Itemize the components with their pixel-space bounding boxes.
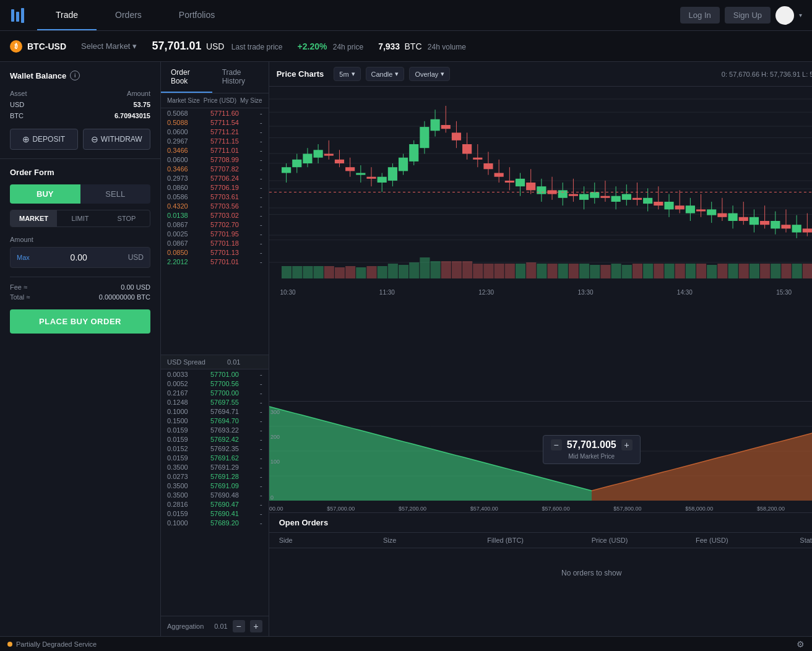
table-row: 0.0052 57700.56 - [161, 379, 269, 388]
table-row: 0.0867 57702.70 - [161, 220, 269, 229]
login-button[interactable]: Log In [680, 7, 720, 24]
volume-area: 7,933 BTC 24h volume [378, 41, 466, 51]
table-row: 0.0586 57703.61 - [161, 192, 269, 201]
order-book-panel: Order Book Trade History Market Size Pri… [161, 62, 269, 636]
sell-tab[interactable]: SELL [80, 184, 151, 204]
depth-chart: − 57,701.005 + Mid Market Price [269, 401, 812, 512]
candlestick-chart [269, 87, 812, 401]
market-bar: ₿ BTC-USD Select Market ▾ 57,701.01 USD … [0, 31, 812, 62]
price-unit: USD [206, 41, 225, 51]
chevron-down-icon: ▾ [132, 41, 137, 51]
market-order-tab[interactable]: MARKET [11, 210, 57, 226]
table-row: 2.2012 57701.01 - [161, 257, 269, 266]
table-row: 0.1500 57694.70 - [161, 416, 269, 425]
charts-panel: Price Charts 5m ▾ Candle ▾ Overlay ▾ [269, 62, 812, 636]
select-market-button[interactable]: Select Market ▾ [81, 41, 137, 51]
chart-type-selector[interactable]: Candle ▾ [366, 67, 405, 81]
order-form-title: Order Form [10, 168, 150, 177]
stop-order-tab[interactable]: STOP [103, 210, 150, 226]
table-row: 0.3466 57707.82 - [161, 164, 269, 173]
last-price-label: Last trade price [231, 43, 283, 51]
table-row: 0.2167 57700.00 - [161, 388, 269, 397]
table-row: 0.0152 57692.35 - [161, 444, 269, 453]
mid-price-controls: − 57,701.005 + [551, 439, 633, 451]
chart-controls: 5m ▾ Candle ▾ Overlay ▾ [334, 67, 450, 81]
place-order-button[interactable]: PLACE BUY ORDER [10, 309, 150, 334]
amount-unit: USD [128, 253, 144, 262]
table-row: 0.3500 57690.48 - [161, 490, 269, 499]
left-panel: Wallet Balance i Asset Amount USD 53.75 … [0, 62, 161, 636]
spread-row: USD Spread 0.01 [161, 355, 269, 369]
deposit-button[interactable]: ⊕ DEPOSIT [10, 129, 78, 150]
order-form: Order Form BUY SELL MARKET LIMIT STOP Am… [0, 159, 160, 636]
volume-unit: BTC [405, 41, 422, 51]
zoom-out-button[interactable]: − [551, 439, 562, 451]
withdraw-button[interactable]: ⊖ WITHDRAW [83, 129, 151, 150]
table-row: 0.0867 57701.18 - [161, 238, 269, 248]
timeframe-selector[interactable]: 5m ▾ [334, 67, 360, 81]
table-row: 0.2973 57706.24 - [161, 173, 269, 183]
divider [10, 277, 150, 277]
table-row: 0.1248 57697.55 - [161, 397, 269, 407]
open-orders-title: Open Orders [279, 518, 328, 527]
trade-history-tab[interactable]: Trade History [212, 62, 269, 93]
order-book-tab[interactable]: Order Book [161, 62, 212, 93]
amount-input-area[interactable]: Max 0.00 USD [10, 247, 150, 268]
fee-row: Fee ≈ 0.00 USD [10, 283, 150, 291]
btc-balance-row: BTC 6.70943015 [10, 110, 150, 121]
table-row: 0.3500 57691.09 - [161, 481, 269, 490]
total-row: Total ≈ 0.00000000 BTC [10, 293, 150, 301]
aggregation-decrease-button[interactable]: − [233, 620, 245, 632]
order-book-header: Order Book Trade History [161, 62, 269, 93]
signup-button[interactable]: Sign Up [725, 7, 771, 24]
nav-tab-orders[interactable]: Orders [97, 0, 160, 30]
mid-price-display: − 57,701.005 + Mid Market Price [543, 435, 641, 464]
table-row: 0.0600 57708.99 - [161, 155, 269, 164]
table-row: 0.0159 57693.22 - [161, 425, 269, 434]
amount-label: Amount [10, 236, 150, 243]
status-text: Partially Degraded Service [16, 640, 97, 648]
last-price-area: 57,701.01 USD Last trade price [152, 40, 282, 53]
table-row: 0.4320 57703.56 - [161, 201, 269, 210]
settings-icon[interactable]: ⚙ [797, 639, 805, 649]
status-dot-icon [7, 642, 12, 647]
amount-value: 0.00 [71, 252, 87, 262]
asset-header-row: Asset Amount [10, 88, 150, 99]
status-left: Partially Degraded Service [7, 640, 97, 648]
overlay-selector[interactable]: Overlay ▾ [409, 67, 450, 81]
btc-icon: ₿ [10, 40, 22, 53]
avatar [775, 6, 794, 25]
table-row: 0.3500 57691.29 - [161, 462, 269, 472]
no-orders-message: No orders to show [269, 548, 812, 598]
chevron-down-icon[interactable]: ▾ [799, 12, 802, 19]
minus-icon: ⊖ [91, 134, 98, 144]
price-change: +2.20% [298, 41, 327, 51]
max-link[interactable]: Max [17, 254, 30, 261]
nav-tab-portfolios[interactable]: Portfolios [160, 0, 233, 30]
table-row: 0.0600 57711.21 - [161, 127, 269, 136]
buy-sell-tabs: BUY SELL [10, 184, 150, 204]
chevron-down-icon: ▾ [352, 70, 355, 78]
ohlcv-display: 0: 57,670.66 H: 57,736.91 L: 57,670.37 C… [722, 71, 812, 78]
price-charts-title: Price Charts [277, 69, 324, 79]
nav-tab-trade[interactable]: Trade [37, 0, 97, 30]
aggregation-controls: 0.01 − + [214, 620, 262, 632]
aggregation-increase-button[interactable]: + [250, 620, 262, 632]
svg-rect-0 [11, 9, 14, 22]
zoom-in-button[interactable]: + [621, 439, 633, 451]
logo [0, 0, 37, 30]
table-row: 0.0273 57691.28 - [161, 472, 269, 481]
chart-header: Price Charts 5m ▾ Candle ▾ Overlay ▾ [269, 62, 812, 87]
market-pair: BTC-USD [27, 41, 66, 51]
last-price: 57,701.01 [152, 40, 201, 52]
info-icon[interactable]: i [70, 71, 80, 80]
top-nav: Trade Orders Portfolios Log In Sign Up ▾ [0, 0, 812, 31]
limit-order-tab[interactable]: LIMIT [57, 210, 103, 226]
status-bar: Partially Degraded Service ⚙ [0, 636, 812, 651]
wallet-title: Wallet Balance i [10, 71, 150, 80]
buy-tab[interactable]: BUY [10, 184, 80, 204]
open-orders-section: Open Orders Open Fills Side Size Filled … [269, 512, 812, 636]
table-row: 0.0860 57706.19 - [161, 183, 269, 192]
price-change-area: +2.20% 24h price [298, 41, 364, 51]
table-row: 0.1000 57694.71 - [161, 407, 269, 416]
